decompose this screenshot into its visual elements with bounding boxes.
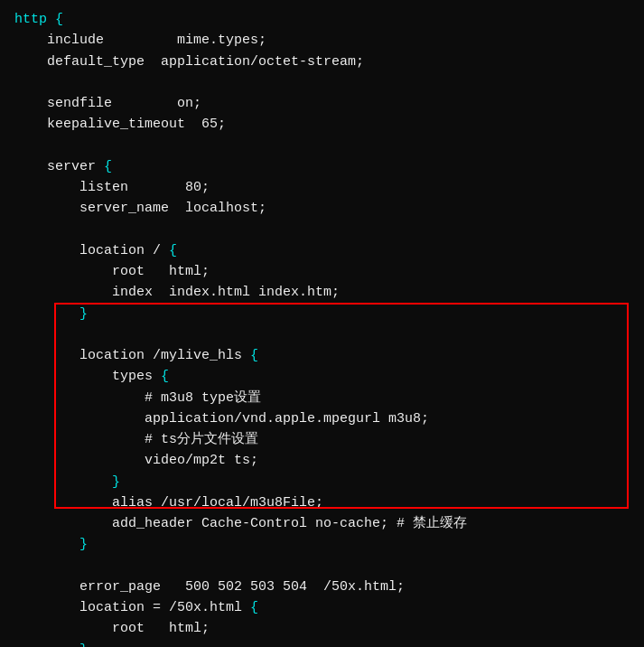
code-line: # m3u8 type设置 [14,388,630,408]
code-line: keepalive_timeout 65; [14,114,630,135]
code-line: root html; [14,261,630,282]
code-line: http { [14,9,630,30]
code-line [14,136,630,156]
code-line: add_header Cache-Control no-cache; # 禁止缓… [14,513,630,534]
code-line [14,72,630,93]
keyword: http [14,12,47,27]
code-line: server_name localhost; [14,198,630,219]
code-line: server { [14,156,630,177]
code-line: types { [14,366,630,387]
code-editor: http { include mime.types; default_type … [0,0,644,647]
code-line-highlight-start: location /mylive_hls { [14,345,630,366]
code-line: location = /50x.html { [14,597,630,618]
code-line-highlight-end: } [14,534,630,555]
code-line: } [14,472,630,492]
code-line: location / { [14,240,630,261]
code-line [14,324,630,345]
code-line: sendfile on; [14,93,630,114]
code-line: } [14,640,630,648]
code-line: index index.html index.htm; [14,282,630,303]
code-line: alias /usr/local/m3u8File; [14,492,630,513]
code-line: error_page 500 502 503 504 /50x.html; [14,577,630,597]
code-line: listen 80; [14,177,630,198]
code-line: # ts分片文件设置 [14,429,630,450]
code-line: root html; [14,618,630,639]
code-line: application/vnd.apple.mpegurl m3u8; [14,408,630,429]
code-line [14,220,630,240]
code-line: } [14,304,630,324]
code-line [14,556,630,577]
code-line: include mime.types; [14,30,630,51]
code-line: default_type application/octet-stream; [14,52,630,72]
code-line: video/mp2t ts; [14,450,630,471]
